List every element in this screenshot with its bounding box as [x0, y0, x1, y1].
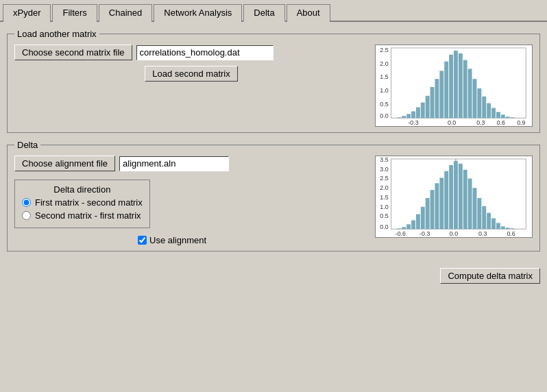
tab-chained[interactable]: Chained: [99, 4, 152, 22]
svg-text:-0.3: -0.3: [408, 119, 418, 126]
svg-text:0.0: 0.0: [448, 119, 456, 126]
svg-rect-10: [406, 114, 411, 118]
svg-rect-12: [416, 107, 420, 118]
load-button-row: Load second matrix: [14, 66, 368, 82]
load-section: Choose second matrix file correlations_h…: [14, 45, 533, 127]
svg-text:2.5: 2.5: [380, 175, 388, 182]
chart1-svg: 2.5 2.0 1.5 1.0 0.5 0.0: [376, 45, 532, 126]
load-right: 2.5 2.0 1.5 1.0 0.5 0.0: [375, 45, 533, 127]
svg-text:0.3: 0.3: [476, 119, 485, 126]
radio-second-label: Second matrix - first matrix: [35, 210, 141, 221]
svg-rect-55: [426, 198, 430, 229]
svg-text:0.0: 0.0: [380, 223, 388, 230]
load-another-matrix-section: Load another matrix Choose second matrix…: [7, 29, 540, 133]
svg-text:0.6: 0.6: [507, 230, 515, 237]
svg-rect-11: [411, 111, 415, 118]
svg-rect-62: [459, 164, 463, 229]
delta-right: 3.5 3.0 2.5 2.0 1.5 1.0 0.5 0.0: [375, 156, 533, 238]
svg-text:0.3: 0.3: [478, 230, 487, 237]
tab-about[interactable]: About: [287, 4, 330, 22]
svg-rect-46: [391, 159, 526, 229]
svg-text:0.5: 0.5: [380, 101, 388, 108]
chart2-svg: 3.5 3.0 2.5 2.0 1.5 1.0 0.5 0.0: [376, 156, 532, 237]
svg-rect-59: [444, 171, 448, 230]
tab-network-analysis[interactable]: Network Analysis: [154, 4, 242, 22]
svg-text:1.0: 1.0: [380, 204, 388, 210]
svg-text:0.0: 0.0: [380, 112, 388, 119]
svg-rect-73: [511, 228, 515, 229]
tab-xpyder[interactable]: xPyder: [3, 4, 51, 22]
second-matrix-file-input[interactable]: correlations_homolog.dat: [136, 45, 274, 60]
svg-text:1.5: 1.5: [380, 194, 388, 201]
svg-text:1.5: 1.5: [380, 73, 388, 80]
svg-text:2.5: 2.5: [380, 47, 388, 53]
use-alignment-text: Use alignment: [149, 235, 206, 245]
svg-rect-56: [430, 190, 435, 229]
tab-filters[interactable]: Filters: [52, 4, 97, 22]
radio-input-first[interactable]: [22, 198, 31, 207]
load-second-matrix-button[interactable]: Load second matrix: [145, 66, 237, 82]
svg-text:2.0: 2.0: [380, 60, 388, 67]
alignment-file-input[interactable]: [119, 156, 229, 171]
svg-rect-29: [496, 112, 500, 118]
svg-rect-28: [491, 108, 496, 118]
delta-legend: Delta: [14, 140, 40, 150]
svg-text:3.0: 3.0: [380, 166, 388, 173]
svg-rect-66: [477, 198, 481, 229]
svg-rect-61: [454, 161, 458, 229]
svg-rect-49: [397, 228, 401, 229]
compute-delta-matrix-button[interactable]: Compute delta matrix: [440, 268, 540, 284]
svg-rect-69: [491, 218, 496, 229]
matrix-histogram-chart: 2.5 2.0 1.5 1.0 0.5 0.0: [375, 45, 533, 127]
svg-rect-21: [459, 53, 463, 118]
svg-text:-0.3: -0.3: [420, 230, 430, 237]
choose-file-row: Choose second matrix file correlations_h…: [14, 45, 368, 60]
delta-section: Delta Choose alignment file Delta direct…: [7, 140, 540, 252]
choose-second-matrix-button[interactable]: Choose second matrix file: [14, 45, 132, 60]
use-alignment-area: Use alignment: [138, 235, 368, 245]
svg-rect-19: [449, 55, 453, 118]
svg-text:-0.6: -0.6: [396, 230, 406, 237]
choose-alignment-button[interactable]: Choose alignment file: [14, 156, 115, 171]
svg-rect-31: [506, 117, 510, 118]
svg-text:2.0: 2.0: [380, 184, 388, 191]
svg-rect-18: [444, 62, 448, 119]
use-alignment-label[interactable]: Use alignment: [138, 235, 368, 245]
svg-rect-52: [411, 220, 415, 229]
svg-rect-64: [468, 178, 472, 229]
svg-rect-25: [477, 88, 481, 118]
bottom-button-row: Compute delta matrix: [0, 265, 547, 286]
svg-text:0.6: 0.6: [497, 119, 505, 126]
radio-first-minus-second[interactable]: First matrix - second matrix: [22, 197, 143, 208]
svg-rect-15: [430, 87, 435, 118]
svg-rect-17: [439, 71, 443, 118]
svg-rect-30: [501, 114, 505, 118]
use-alignment-checkbox[interactable]: [138, 236, 147, 245]
svg-rect-9: [402, 116, 406, 118]
svg-rect-26: [482, 97, 486, 118]
svg-rect-63: [463, 170, 467, 230]
svg-rect-71: [501, 226, 505, 229]
svg-rect-27: [487, 103, 491, 119]
delta-direction-box: Delta direction First matrix - second ma…: [14, 180, 150, 228]
svg-rect-20: [454, 51, 458, 118]
svg-rect-51: [406, 224, 411, 229]
svg-rect-50: [402, 227, 406, 229]
svg-rect-16: [435, 79, 439, 118]
svg-text:0.9: 0.9: [517, 119, 525, 126]
svg-text:1.0: 1.0: [380, 87, 388, 94]
svg-rect-14: [426, 96, 430, 118]
svg-text:3.5: 3.5: [380, 156, 388, 163]
svg-rect-53: [416, 215, 420, 230]
svg-rect-65: [473, 188, 477, 229]
delta-main-section: Choose alignment file Delta direction Fi…: [14, 156, 533, 245]
radio-input-second[interactable]: [22, 211, 31, 220]
svg-rect-67: [482, 206, 486, 229]
svg-rect-72: [506, 228, 510, 229]
svg-rect-24: [473, 79, 477, 118]
svg-rect-54: [421, 207, 425, 229]
svg-rect-22: [463, 60, 467, 119]
radio-second-minus-first[interactable]: Second matrix - first matrix: [22, 210, 143, 221]
tab-delta[interactable]: Delta: [243, 4, 284, 22]
radio-first-label: First matrix - second matrix: [35, 197, 143, 208]
